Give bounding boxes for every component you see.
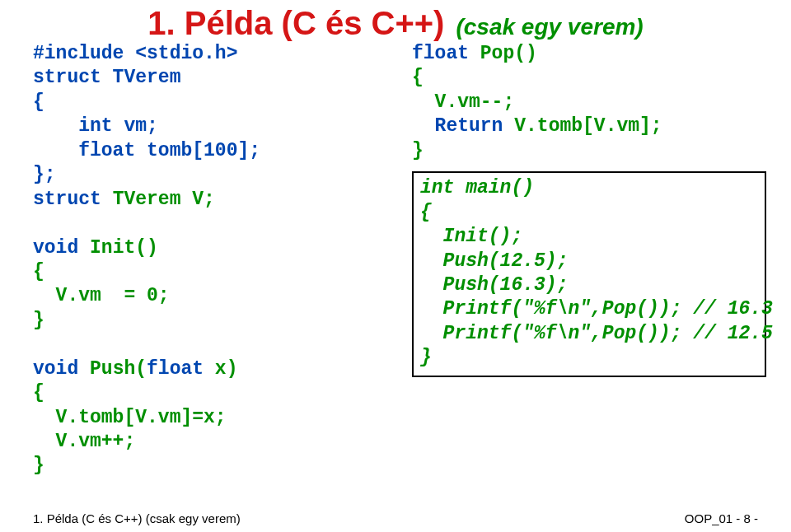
- code-kw: float: [412, 43, 469, 64]
- right-column: float Pop() { V.vm--; Return V.tomb[V.vm…: [412, 17, 766, 478]
- code-line: float tomb[100];: [33, 140, 260, 161]
- footer-left: 1. Példa (C és C++) (csak egy verem): [33, 511, 241, 525]
- code-line: {: [412, 67, 424, 88]
- main-code-box: int main() { Init(); Push(12.5); Push(16…: [412, 171, 766, 377]
- code-kw: float: [147, 358, 204, 380]
- code-line: }: [420, 347, 432, 368]
- code-line: Push(16.3);: [420, 274, 568, 296]
- code-line: int vm;: [33, 115, 158, 137]
- code-line: Pop(): [469, 43, 537, 64]
- code-line: TVerem V;: [101, 189, 215, 210]
- code-line: V.vm++;: [33, 431, 135, 452]
- code-line: x): [204, 358, 237, 380]
- code-line: }: [412, 140, 424, 161]
- code-kw: Return: [435, 115, 503, 137]
- code-line: V.tomb[V.vm];: [503, 115, 662, 137]
- code-line: struct TVerem: [33, 67, 180, 88]
- code-line: }: [33, 455, 44, 476]
- code-columns: #include <stdio.h> struct TVerem { int v…: [0, 17, 791, 478]
- footer-right: OOP_01 - 8 -: [685, 511, 758, 525]
- code-main: int main() { Init(); Push(12.5); Push(16…: [420, 176, 758, 371]
- code-line: int main(): [420, 177, 534, 198]
- code-line: Init(): [78, 237, 158, 259]
- code-line: #include <stdio.h>: [33, 43, 237, 64]
- code-line: V.vm--;: [412, 91, 514, 113]
- code-line: Printf("%f\n",Pop()); // 12.5: [420, 323, 773, 344]
- code-right-top: float Pop() { V.vm--; Return V.tomb[V.vm…: [412, 42, 766, 163]
- code-line: V.vm = 0;: [33, 285, 170, 306]
- code-line: {: [33, 91, 44, 113]
- code-line: Push(12.5);: [420, 250, 568, 272]
- code-line: Init();: [420, 226, 522, 247]
- code-line: Printf("%f\n",Pop()); // 16.3: [420, 298, 773, 320]
- code-line: Push(: [78, 358, 147, 380]
- code-left: #include <stdio.h> struct TVerem { int v…: [33, 42, 379, 478]
- code-line: {: [33, 382, 44, 404]
- code-kw: struct: [33, 189, 101, 210]
- code-line: }: [33, 310, 44, 331]
- code-kw: void: [33, 358, 78, 380]
- footer: 1. Példa (C és C++) (csak egy verem) OOP…: [33, 511, 758, 525]
- code-line: V.tomb[V.vm]=x;: [33, 407, 227, 428]
- code-line: {: [420, 202, 432, 223]
- code-line: {: [33, 261, 44, 282]
- left-column: #include <stdio.h> struct TVerem { int v…: [33, 17, 379, 478]
- code-line: };: [33, 164, 56, 185]
- code-kw: void: [33, 237, 78, 259]
- code-line: [412, 115, 435, 137]
